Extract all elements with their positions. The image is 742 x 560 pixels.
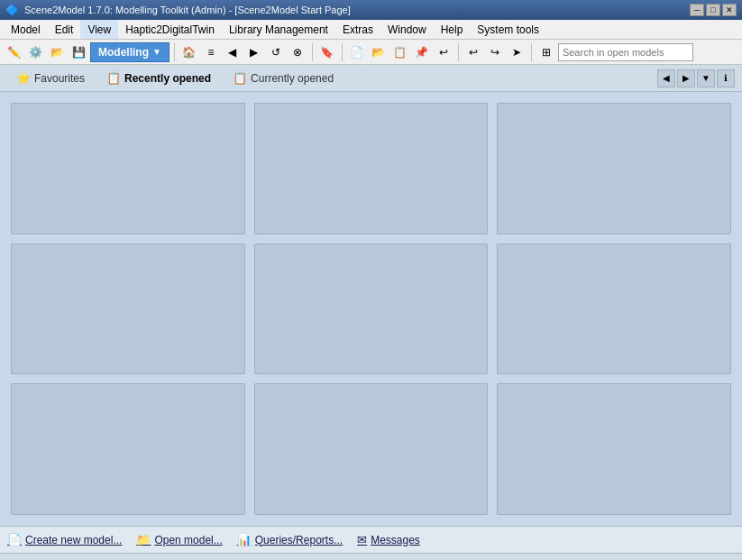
messages-link[interactable]: ✉ Messages	[357, 533, 420, 546]
tab-info-btn[interactable]: ℹ	[717, 69, 735, 87]
toolbar-main: ✏️ ⚙️ 📂 💾 Modelling ▼ 🏠 ≡ ◀ ▶ ↺ ⊗ 🔖 📄 📂 …	[0, 40, 742, 65]
tab-recently-label: Recently opened	[124, 72, 211, 85]
sep4	[458, 43, 459, 61]
current-icon: 📋	[233, 71, 247, 85]
grid-cell-4[interactable]	[11, 243, 245, 375]
recent-icon: 📋	[106, 71, 121, 85]
toolbar-copy-btn[interactable]: 📋	[390, 42, 410, 62]
sep3	[342, 43, 343, 61]
toolbar-save-btn[interactable]: 💾	[69, 42, 88, 62]
search-input[interactable]	[558, 43, 693, 61]
grid-cell-6[interactable]	[497, 243, 731, 375]
menu-edit[interactable]: Edit	[48, 20, 81, 39]
app-icon: 🔷	[5, 4, 19, 16]
sep5	[531, 43, 532, 61]
grid-cell-3[interactable]	[497, 103, 731, 234]
grid-cell-1[interactable]	[11, 103, 245, 234]
toolbar-undo-btn[interactable]: ↩	[463, 42, 483, 62]
menu-library[interactable]: Library Management	[222, 20, 335, 39]
menu-system[interactable]: System tools	[470, 20, 546, 39]
create-icon: 📄	[7, 533, 22, 546]
create-new-model-link[interactable]: 📄 Create new model...	[7, 533, 122, 546]
toolbar-bookmark-btn[interactable]: 🔖	[317, 42, 337, 62]
tab-navigation: ◀ ▶ ▼ ℹ	[657, 69, 735, 87]
grid-cell-2[interactable]	[254, 103, 489, 234]
close-button[interactable]: ✕	[722, 4, 737, 16]
tab-dropdown-btn[interactable]: ▼	[697, 69, 715, 87]
toolbar-list-btn[interactable]: ≡	[201, 42, 221, 62]
toolbar-group-btn[interactable]: ⚙️	[25, 42, 45, 62]
minimize-button[interactable]: ─	[690, 4, 704, 16]
tab-favourites[interactable]: ⭐ Favourites	[7, 68, 94, 89]
restore-button[interactable]: □	[706, 4, 720, 16]
toolbar-back-btn[interactable]: ◀	[223, 42, 243, 62]
toolbar-grid-btn[interactable]: ⊞	[536, 42, 556, 62]
menu-model[interactable]: Model	[4, 20, 48, 39]
open-icon: 📁	[136, 533, 151, 546]
messages-label: Messages	[371, 534, 420, 546]
open-model-link[interactable]: 📁 Open model...	[136, 533, 222, 546]
menu-window[interactable]: Window	[380, 20, 434, 39]
menu-view[interactable]: View	[80, 20, 118, 39]
messages-icon: ✉	[357, 533, 367, 546]
toolbar-stop-btn[interactable]: ⊗	[288, 42, 307, 62]
menu-extras[interactable]: Extras	[335, 20, 380, 39]
open-label: Open model...	[154, 534, 222, 546]
tab-next-btn[interactable]: ▶	[677, 69, 695, 87]
tab-currently-label: Currently opened	[251, 72, 334, 85]
toolbar-undo2-btn[interactable]: ↩	[434, 42, 453, 62]
toolbar-paste-btn[interactable]: 📌	[412, 42, 432, 62]
title-bar: 🔷 Scene2Model 1.7.0: Modelling Toolkit (…	[0, 0, 742, 20]
bottom-bar	[0, 553, 742, 560]
sep2	[312, 43, 313, 61]
sep1	[174, 43, 175, 61]
status-bar: 📄 Create new model... 📁 Open model... 📊 …	[0, 526, 742, 553]
toolbar-fwd-btn[interactable]: ▶	[244, 42, 264, 62]
modelling-dropdown[interactable]: Modelling ▼	[90, 42, 169, 62]
menu-bar: Model Edit View Haptic2DigitalTwin Libra…	[0, 20, 742, 40]
grid-cell-5[interactable]	[254, 243, 489, 375]
create-label: Create new model...	[25, 534, 122, 546]
grid-cell-9[interactable]	[497, 383, 731, 515]
window-controls: ─ □ ✕	[690, 4, 737, 16]
tab-bar: ⭐ Favourites 📋 Recently opened 📋 Current…	[0, 65, 742, 92]
grid-cell-7[interactable]	[11, 383, 245, 515]
model-grid	[11, 103, 731, 515]
queries-reports-link[interactable]: 📊 Queries/Reports...	[237, 533, 343, 546]
menu-help[interactable]: Help	[434, 20, 471, 39]
tab-favourites-label: Favourites	[34, 72, 85, 85]
tab-recently-opened[interactable]: 📋 Recently opened	[97, 68, 220, 89]
queries-icon: 📊	[237, 533, 252, 546]
toolbar-new-btn[interactable]: 📄	[347, 42, 367, 62]
tab-prev-btn[interactable]: ◀	[657, 69, 675, 87]
toolbar-open-btn[interactable]: 📂	[47, 42, 67, 62]
toolbar-refresh-btn[interactable]: ↺	[266, 42, 286, 62]
queries-label: Queries/Reports...	[255, 534, 343, 546]
toolbar-home-btn[interactable]: 🏠	[179, 42, 199, 62]
tab-currently-opened[interactable]: 📋 Currently opened	[224, 68, 343, 89]
main-content	[0, 92, 742, 526]
menu-haptic[interactable]: Haptic2DigitalTwin	[118, 20, 222, 39]
window-title: Scene2Model 1.7.0: Modelling Toolkit (Ad…	[24, 5, 690, 15]
toolbar-edit-btn[interactable]: ✏️	[4, 42, 23, 62]
grid-cell-8[interactable]	[254, 383, 489, 515]
toolbar-redo-btn[interactable]: ↪	[485, 42, 505, 62]
toolbar-openfile-btn[interactable]: 📂	[369, 42, 389, 62]
toolbar-arrow-btn[interactable]: ➤	[507, 42, 527, 62]
star-icon: ⭐	[16, 71, 31, 85]
